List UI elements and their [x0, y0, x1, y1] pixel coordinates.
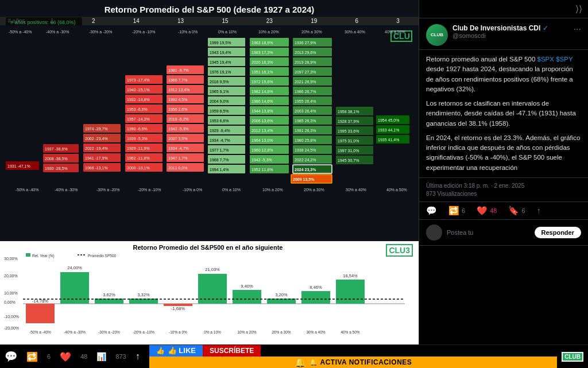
svg-text:-10% a 0%: -10% a 0% [183, 188, 202, 192]
svg-text:-40% a -30%: -40% a -30% [64, 330, 86, 334]
comment-action[interactable]: 💬 [426, 206, 437, 216]
reply-button[interactable]: Responder [535, 227, 581, 238]
svg-text:1975 31,0%: 1975 31,0% [338, 139, 359, 143]
svg-text:-20% a -10%: -20% a -10% [138, 188, 161, 192]
retweet-icon: 🔁 [448, 206, 459, 216]
tweet-body: Retorno promedio anual del S&P 500 $SPX … [419, 50, 588, 178]
svg-text:-50% a -40%: -50% a -40% [9, 30, 32, 34]
tweet-paragraph-1: Retorno promedio anual del S&P 500 $SPX … [426, 55, 581, 94]
svg-text:1992 4,5%: 1992 4,5% [168, 98, 187, 102]
twitter-panel: ⟩⟩ CLUB Club De Inversionistas CDI ✓ @so… [419, 0, 588, 344]
expand-button[interactable]: ⟩⟩ [575, 3, 582, 14]
svg-text:24,00%: 24,00% [67, 265, 82, 270]
svg-text:-20,00%: -20,00% [4, 326, 19, 330]
tweet-menu-button[interactable]: ··· [574, 24, 581, 34]
subscribe-cta-button[interactable]: SUSCRÍBETE [203, 345, 261, 357]
svg-text:-50% a -40%: -50% a -40% [29, 330, 51, 334]
svg-text:1964 13,0%: 1964 13,0% [252, 138, 273, 142]
reply-avatar [426, 224, 442, 241]
svg-text:1986 26,7%: 1986 26,7% [295, 90, 316, 94]
svg-text:1939 -5,3%: 1939 -5,3% [127, 137, 148, 141]
share-action[interactable]: ↑ [537, 206, 541, 215]
axis-val-5: 15 [222, 18, 228, 24]
svg-text:1973 -17,4%: 1973 -17,4% [127, 78, 150, 82]
svg-text:-10% a 0%: -10% a 0% [178, 30, 198, 34]
reply-input-placeholder[interactable]: Postea tu [447, 229, 530, 236]
svg-text:30,00%: 30,00% [4, 257, 18, 261]
svg-text:1937 -38,6%: 1937 -38,6% [45, 147, 68, 151]
chart-panel: Retorno Promedio del S&P 500 (desde 1927… [0, 0, 419, 344]
svg-text:1934 -4,7%: 1934 -4,7% [210, 138, 230, 142]
svg-text:0% a 10%: 0% a 10% [218, 30, 237, 34]
tweet-author-section: CLUB Club De Inversionistas CDI ✓ @somos… [419, 18, 588, 50]
svg-text:10% a 20%: 10% a 20% [237, 330, 256, 334]
nav-comment-icon[interactable]: 💬 [5, 350, 17, 363]
panel-header: ⟩⟩ [419, 0, 588, 18]
svg-text:1982 14,8%: 1982 14,8% [252, 90, 273, 94]
svg-text:1983 17,3%: 1983 17,3% [252, 51, 273, 55]
svg-text:1947 1,7%: 1947 1,7% [168, 156, 187, 160]
svg-text:1942 -5,3%: 1942 -5,3% [252, 158, 272, 162]
svg-text:1934 -4,7%: 1934 -4,7% [168, 146, 189, 150]
svg-text:16,54%: 16,54% [343, 273, 358, 278]
svg-text:1933 44,1%: 1933 44,1% [378, 128, 399, 132]
svg-rect-213 [336, 280, 365, 304]
svg-text:Promedio SP500: Promedio SP500 [88, 254, 117, 258]
nav-retweet-icon[interactable]: 🔁 [26, 351, 38, 362]
svg-text:2016 9,5%: 2016 9,5% [210, 80, 229, 84]
like-count: 48 [490, 207, 497, 214]
axis-val-4: 13 [177, 18, 184, 24]
svg-text:1994 1,4%: 1994 1,4% [210, 168, 229, 172]
svg-text:1954 45,0%: 1954 45,0% [378, 118, 399, 122]
svg-text:2024 23,3%: 2024 23,3% [295, 168, 316, 172]
bottom-bar: 💬 🔁 6 ❤️ 48 📊 873 ↑ 👍 👍 LIKE SUSCRÍBETE … [0, 344, 588, 368]
like-action[interactable]: ❤️ 48 [477, 206, 497, 216]
like-cta-button[interactable]: 👍 👍 LIKE [149, 345, 203, 357]
axis-val-3: 14 [133, 18, 140, 24]
tweet-actions: 💬 🔁 6 ❤️ 48 🔖 6 ↑ [419, 202, 588, 220]
svg-text:1962 -11,8%: 1962 -11,8% [127, 156, 150, 160]
svg-text:1968 7,7%: 1968 7,7% [210, 158, 229, 162]
tweet-display-name: Club De Inversionistas CDI [452, 24, 540, 32]
svg-text:-20% a -10%: -20% a -10% [133, 330, 154, 334]
svg-text:1912 13,4%: 1912 13,4% [168, 88, 189, 92]
svg-text:1953 -6,6%: 1953 -6,6% [127, 107, 148, 111]
svg-text:-10,00%: -10,00% [4, 315, 19, 319]
spy-link[interactable]: $SPY [556, 56, 572, 63]
svg-text:1990 -6,6%: 1990 -6,6% [127, 127, 148, 131]
tweet-meta: Última edición 3:18 p. m. · 2 ene. 2025 … [419, 178, 588, 202]
svg-text:2003 26,4%: 2003 26,4% [295, 109, 316, 113]
tweet-timestamp: Última edición 3:18 p. m. · 2 ene. 2025 [426, 183, 581, 189]
nav-like-icon[interactable]: ❤️ [60, 351, 71, 362]
retweet-action[interactable]: 🔁 6 [448, 206, 465, 216]
svg-text:1986 14,6%: 1986 14,6% [252, 99, 273, 103]
bookmark-action[interactable]: 🔖 6 [508, 206, 525, 216]
svg-text:10% a 20%: 10% a 20% [258, 30, 279, 34]
svg-text:3,32%: 3,32% [137, 292, 150, 297]
svg-text:2002 -23,4%: 2002 -23,4% [85, 137, 108, 141]
svg-text:-30% a -20%: -30% a -20% [89, 30, 112, 34]
svg-text:0,00%: 0,00% [4, 300, 16, 304]
svg-text:1952 11,8%: 1952 11,8% [252, 168, 273, 172]
tweet-paragraph-2: Los retornos se clasifican en intervalos… [426, 99, 581, 129]
svg-text:2006 13,6%: 2006 13,6% [252, 119, 273, 123]
svg-text:1966 -13,1%: 1966 -13,1% [85, 166, 108, 170]
svg-text:30% a 40%: 30% a 40% [345, 30, 365, 34]
cta-row-bottom[interactable]: 🔔 🔔 ACTIVA NOTIFICACIONES [149, 357, 557, 369]
spx-link[interactable]: $SPX [537, 56, 554, 63]
svg-text:2012 13,4%: 2012 13,4% [252, 129, 273, 133]
svg-text:10% a 20%: 10% a 20% [262, 188, 283, 192]
notification-label: 🔔 ACTIVA NOTIFICACIONES [310, 358, 412, 366]
club-watermark-bottom: CLU3 [386, 244, 413, 257]
nav-share-icon[interactable]: ↑ [136, 351, 140, 362]
svg-text:-1,68%: -1,68% [171, 306, 185, 311]
bar-chart-svg: 30,00% 20,00% 10,00% 0,00% -10,00% -20,0… [3, 252, 405, 335]
svg-text:1944 13,8%: 1944 13,8% [252, 109, 273, 113]
svg-text:1929 -9,4%: 1929 -9,4% [210, 129, 230, 133]
svg-text:1931 -47,1%: 1931 -47,1% [7, 164, 30, 168]
svg-text:1960 12,8%: 1960 12,8% [252, 148, 273, 152]
svg-text:1936 27,9%: 1936 27,9% [295, 41, 316, 45]
nav-stats-icon[interactable]: 📊 [96, 352, 106, 361]
svg-text:1930 -28,5%: 1930 -28,5% [45, 166, 68, 171]
svg-text:2018 -6,2%: 2018 -6,2% [168, 117, 189, 121]
